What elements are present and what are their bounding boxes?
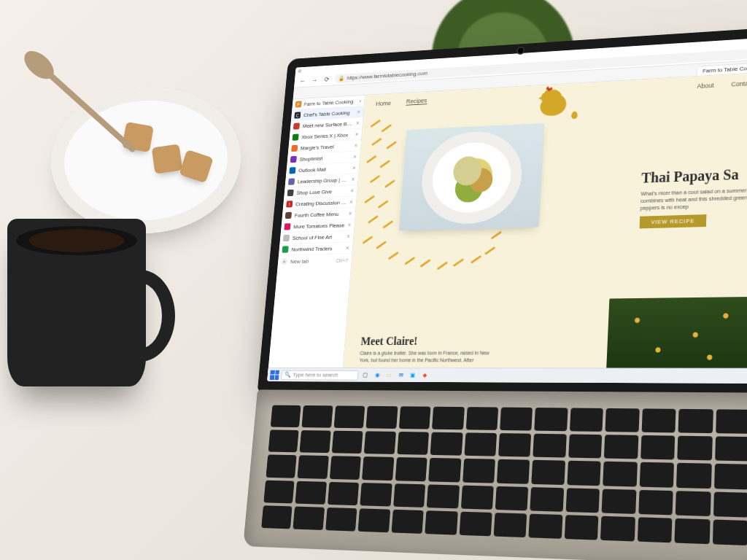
favicon-icon: ! xyxy=(286,201,293,207)
page-content: Home Recipes About Contact xyxy=(344,72,747,368)
site-logo[interactable] xyxy=(534,85,573,121)
svg-line-11 xyxy=(384,222,392,228)
task-view-button[interactable]: ▢ xyxy=(360,370,371,380)
new-tab-label: New tab xyxy=(290,258,309,265)
featured-recipe-title: Thai Papaya Sa xyxy=(641,163,747,187)
author-bio: Meet Claire! Claire is a globe trotter. … xyxy=(359,335,494,364)
author-photo xyxy=(606,297,747,368)
vertical-tab-label: Xbox Series X | Xbox xyxy=(301,132,348,140)
favicon-icon xyxy=(287,190,294,196)
taskbar-app-mail[interactable]: ✉ xyxy=(396,370,406,381)
egg-icon xyxy=(571,111,578,119)
close-tab-button[interactable]: × xyxy=(347,233,350,239)
nav-forward-button[interactable]: → xyxy=(310,75,320,85)
close-tab-button[interactable]: × xyxy=(349,198,353,205)
svg-line-17 xyxy=(438,262,446,268)
close-tab-button[interactable]: × xyxy=(352,165,356,171)
svg-line-7 xyxy=(386,181,394,187)
nav-home[interactable]: Home xyxy=(376,99,391,106)
start-button[interactable] xyxy=(270,370,279,379)
svg-line-13 xyxy=(377,242,385,248)
favicon-icon xyxy=(289,167,295,174)
svg-line-8 xyxy=(365,197,374,203)
close-tab-button[interactable]: × xyxy=(347,222,351,228)
favicon-icon xyxy=(291,145,298,152)
close-tab-button[interactable]: × xyxy=(354,142,357,149)
svg-line-20 xyxy=(486,248,495,254)
svg-line-6 xyxy=(371,176,379,182)
vertical-tab-label: Creating Discussion Guidelines xyxy=(295,199,347,207)
nav-about[interactable]: About xyxy=(697,82,713,90)
recipe-hero-image xyxy=(399,123,544,231)
new-tab-button[interactable]: + New tab Ctrl+T xyxy=(277,254,352,268)
svg-line-3 xyxy=(387,142,395,148)
author-bio-body: Claire is a globe trotter. She was born … xyxy=(359,350,493,364)
search-icon: 🔍 xyxy=(285,372,291,378)
svg-line-9 xyxy=(379,201,387,207)
close-tab-button[interactable]: × xyxy=(346,244,349,251)
author-bio-title: Meet Claire! xyxy=(360,335,495,348)
favicon-icon xyxy=(293,134,299,141)
laptop: ← → ⟳ 🔒 https://www.farmtotablecooking.c… xyxy=(243,27,747,560)
close-tab-button[interactable]: × xyxy=(349,210,352,217)
view-recipe-button[interactable]: VIEW RECIPE xyxy=(640,214,707,228)
vertical-tab-label: Shop Love Give xyxy=(296,188,332,195)
new-tab-shortcut: Ctrl+T xyxy=(336,257,348,262)
close-tab-button[interactable]: × xyxy=(357,109,360,115)
vertical-tab-label: School of Fine Art xyxy=(293,234,333,241)
featured-recipe: Thai Papaya Sa What's nicer than a cool … xyxy=(640,163,747,229)
svg-line-10 xyxy=(369,217,377,222)
taskbar-search[interactable]: 🔍 Type here to search xyxy=(281,370,358,380)
close-tab-button[interactable]: × xyxy=(350,187,354,194)
vertical-tab-label: Shoptimist xyxy=(299,155,322,162)
favicon-icon xyxy=(283,235,290,241)
close-tab-button[interactable]: × xyxy=(353,153,357,160)
vertical-tab-label: Outlook Mail xyxy=(298,166,326,174)
taskbar-search-placeholder: Type here to search xyxy=(293,372,338,378)
svg-line-14 xyxy=(390,253,398,259)
svg-line-16 xyxy=(421,260,429,266)
svg-line-15 xyxy=(406,258,414,264)
svg-line-21 xyxy=(492,233,501,238)
svg-line-0 xyxy=(371,120,379,126)
favicon-icon xyxy=(282,246,288,252)
ambient-sugar-cube xyxy=(152,144,183,174)
featured-recipe-body: What's nicer than a cool salad on a summ… xyxy=(640,184,747,212)
favicon-icon: F xyxy=(295,101,302,107)
svg-line-4 xyxy=(368,157,376,163)
ambient-coffee-mug xyxy=(7,219,146,386)
vertical-tabs-header: Farm to Table Cooking xyxy=(303,98,360,106)
close-tab-button[interactable]: × xyxy=(355,131,358,137)
nav-refresh-button[interactable]: ⟳ xyxy=(322,74,332,84)
tab-title: Farm to Table Cooking xyxy=(703,64,747,74)
nav-contact[interactable]: Contact xyxy=(731,79,747,88)
favicon-icon: C xyxy=(294,112,301,118)
vertical-tab-label: Chef's Table Cooking xyxy=(303,109,350,117)
favicon-icon xyxy=(285,212,292,219)
vertical-tab-label: Northwind Traders xyxy=(291,245,333,252)
favicon-icon xyxy=(284,223,290,230)
vertical-tab-label: Margie's Travel xyxy=(301,144,334,151)
svg-line-1 xyxy=(382,125,390,131)
windows-taskbar: 🔍 Type here to search ▢ ◉ ▭ ✉ ▣ ◆ xyxy=(267,368,747,384)
collapse-vtabs-button[interactable]: ‹ xyxy=(359,98,361,104)
address-bar-url: https://www.farmtotablecooking.com xyxy=(347,70,427,81)
svg-line-12 xyxy=(363,237,371,243)
nav-recipes[interactable]: Recipes xyxy=(406,97,427,106)
screen: ← → ⟳ 🔒 https://www.farmtotablecooking.c… xyxy=(267,37,747,383)
plus-icon: + xyxy=(281,258,287,265)
vertical-tab-label: Meet new Surface Book 3w 13.5" xyxy=(302,120,353,129)
nav-back-button[interactable]: ← xyxy=(298,76,307,85)
favicon-icon xyxy=(288,178,295,184)
svg-line-19 xyxy=(472,257,481,262)
taskbar-app-edge[interactable]: ◉ xyxy=(372,370,382,380)
taskbar-app-explorer[interactable]: ▭ xyxy=(384,370,394,381)
close-tab-button[interactable]: × xyxy=(351,176,355,182)
taskbar-app-store[interactable]: ▣ xyxy=(408,370,418,381)
close-tab-button[interactable]: × xyxy=(356,120,360,126)
svg-line-2 xyxy=(373,139,381,145)
svg-line-18 xyxy=(454,260,462,265)
chicken-icon xyxy=(534,85,573,121)
taskbar-app-generic[interactable]: ◆ xyxy=(419,370,430,381)
favicon-icon xyxy=(293,122,300,129)
